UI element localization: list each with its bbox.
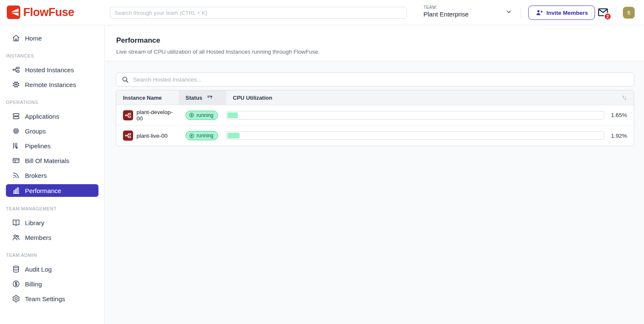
team-name: Plant Enterprise	[423, 11, 469, 18]
instance-name-cell: plant-develop-00	[116, 109, 179, 122]
instance-name-cell: plant-live-00	[116, 131, 179, 141]
team-label: TEAM:	[423, 5, 469, 10]
table-row[interactable]: plant-live-00 running 1.92%	[116, 125, 634, 146]
cpu-bar-fill	[227, 133, 240, 139]
team-selector[interactable]: TEAM: Plant Enterprise	[423, 5, 469, 18]
hosted-instances-icon	[12, 65, 20, 74]
page-body: Instance Name Status CPU Utilization	[105, 61, 644, 146]
header-divider	[616, 7, 616, 18]
main-content: Performance Live stream of CPU utilizati…	[105, 25, 644, 324]
search-icon	[121, 76, 129, 84]
column-header-instance-name[interactable]: Instance Name	[116, 90, 179, 105]
sidebar-item-label: Team Settings	[25, 295, 65, 302]
play-circle-icon	[189, 112, 194, 118]
team-search-input[interactable]	[110, 7, 407, 19]
sidebar-item-label: Library	[25, 219, 44, 226]
user-avatar[interactable]: fl	[623, 7, 635, 19]
brokers-icon	[12, 171, 20, 180]
sidebar-item-label: Billing	[25, 280, 42, 288]
chevron-down-icon[interactable]	[505, 8, 512, 15]
flowfuse-logo-icon	[7, 5, 20, 19]
status-cell: running	[179, 131, 226, 140]
user-plus-icon	[535, 9, 543, 16]
sidebar-item-members[interactable]: Members	[0, 231, 104, 243]
instance-name: plant-live-00	[136, 133, 168, 139]
performance-icon	[12, 186, 20, 195]
sidebar-item-label: Applications	[25, 113, 59, 120]
cpu-bar-fill	[227, 112, 238, 118]
sidebar-item-label: Brokers	[25, 172, 47, 179]
billing-icon	[12, 280, 20, 288]
sidebar-section-team-admin: TEAM ADMIN	[6, 253, 104, 258]
status-badge: running	[186, 111, 218, 120]
members-icon	[12, 233, 20, 242]
home-icon	[12, 34, 20, 42]
sidebar-item-hosted-instances[interactable]: Hosted Instances	[0, 64, 104, 76]
sidebar-item-bill-of-materials[interactable]: Bill Of Materials	[0, 155, 104, 166]
instance-search-input[interactable]	[133, 76, 629, 83]
sidebar-item-groups[interactable]: Groups	[0, 125, 104, 137]
flowfuse-logo-text: FlowFuse	[23, 6, 74, 19]
column-header-status[interactable]: Status	[179, 90, 226, 105]
sidebar-item-label: Pipelines	[25, 142, 51, 150]
sidebar-item-label: Bill Of Materials	[25, 157, 69, 164]
page-title: Performance	[116, 36, 644, 45]
sidebar-item-label: Audit Log	[25, 266, 52, 273]
sidebar-item-home[interactable]: Home	[0, 32, 104, 44]
cpu-bar	[226, 111, 604, 120]
team-search[interactable]	[110, 7, 407, 19]
sidebar-item-brokers[interactable]: Brokers	[0, 169, 104, 181]
node-red-icon	[123, 110, 133, 120]
header-divider	[591, 7, 592, 18]
invite-members-button[interactable]: Invite Members	[528, 5, 595, 20]
status-badge: running	[186, 131, 218, 140]
audit-log-icon	[12, 265, 20, 273]
team-settings-icon	[12, 294, 20, 303]
node-red-icon	[123, 131, 133, 141]
sidebar-item-team-settings[interactable]: Team Settings	[0, 293, 104, 305]
bill-of-materials-icon	[12, 156, 20, 165]
groups-icon	[12, 127, 20, 135]
sidebar-item-label: Hosted Instances	[25, 66, 74, 74]
cpu-percentage: 1.92%	[604, 133, 634, 139]
cpu-bar	[226, 131, 604, 140]
status-label: running	[196, 112, 213, 118]
sidebar-section-instances: INSTANCES	[6, 53, 104, 58]
remote-instances-icon	[12, 80, 20, 89]
notifications-button[interactable]: 2	[597, 6, 610, 19]
instances-table: Instance Name Status CPU Utilization	[116, 90, 634, 146]
page-header: Performance Live stream of CPU utilizati…	[105, 25, 644, 61]
sort-updown-icon[interactable]	[621, 94, 634, 101]
sidebar-item-label: Remote Instances	[25, 81, 76, 88]
cpu-percentage: 1.65%	[604, 112, 634, 118]
status-label: running	[196, 133, 213, 139]
pipelines-icon	[12, 142, 20, 150]
applications-icon	[12, 112, 20, 120]
notifications-count-badge: 2	[604, 13, 611, 20]
sidebar-item-audit-log[interactable]: Audit Log	[0, 263, 104, 275]
column-header-cpu-utilization[interactable]: CPU Utilization	[226, 90, 604, 105]
library-icon	[12, 218, 20, 227]
sidebar-item-pipelines[interactable]: Pipelines	[0, 140, 104, 152]
page-subtitle: Live stream of CPU utilization of all Ho…	[116, 49, 644, 55]
sort-ascending-icon	[207, 94, 213, 101]
sidebar-item-label: Members	[25, 234, 52, 241]
sidebar-item-label: Groups	[25, 128, 46, 135]
sidebar-item-billing[interactable]: Billing	[0, 278, 104, 290]
cpu-utilization-cell	[226, 131, 604, 140]
table-header-row: Instance Name Status CPU Utilization	[116, 90, 634, 105]
sidebar-item-remote-instances[interactable]: Remote Instances	[0, 79, 104, 90]
flowfuse-logo[interactable]: FlowFuse	[7, 5, 74, 19]
instance-name: plant-develop-00	[136, 109, 179, 122]
instance-search[interactable]	[116, 72, 634, 87]
play-circle-icon	[189, 133, 194, 139]
sidebar-item-performance[interactable]: Performance	[6, 184, 98, 197]
sidebar-section-team-management: TEAM MANAGEMENT	[6, 206, 104, 211]
top-header: FlowFuse TEAM: Plant Enterprise Invite M…	[0, 0, 644, 25]
sidebar-item-applications[interactable]: Applications	[0, 110, 104, 122]
sidebar-item-library[interactable]: Library	[0, 217, 104, 229]
table-row[interactable]: plant-develop-00 running 1.65%	[116, 105, 634, 125]
invite-members-label: Invite Members	[546, 10, 588, 16]
sidebar-item-label: Performance	[25, 187, 61, 194]
header-divider	[521, 7, 521, 18]
